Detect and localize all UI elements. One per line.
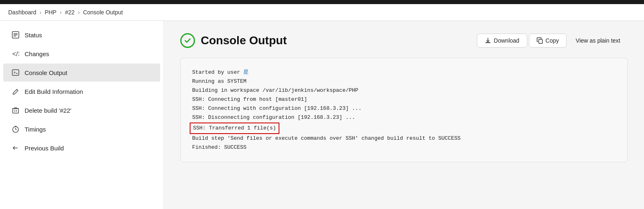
- main-layout: Status </> Changes Console Output: [0, 21, 644, 209]
- console-line: Building in workspace /var/lib/jenkins/w…: [192, 86, 616, 95]
- delete-icon: [11, 106, 20, 114]
- console-line: Started by user 星: [192, 68, 616, 77]
- console-output: Started by user 星 Running as SYSTEM Buil…: [180, 58, 628, 162]
- svg-rect-20: [539, 39, 542, 43]
- breadcrumb-php[interactable]: PHP: [45, 9, 57, 16]
- breadcrumb: Dashboard › PHP › #22 › Console Output: [0, 4, 644, 21]
- title-area: Console Output: [180, 33, 287, 48]
- console-line: SSH: Connecting from host [master01]: [192, 95, 616, 104]
- copy-button[interactable]: Copy: [529, 34, 567, 48]
- console-icon: [11, 68, 20, 77]
- status-icon: [11, 31, 20, 39]
- breadcrumb-current: Console Output: [83, 9, 123, 16]
- page-title: Console Output: [201, 34, 287, 47]
- sidebar-item-previous-build[interactable]: Previous Build: [3, 139, 160, 157]
- top-bar: [0, 0, 644, 4]
- console-line: Finished: SUCCESS: [192, 143, 616, 152]
- console-line: SSH: Connecting with configuration [192.…: [192, 104, 616, 113]
- sidebar-item-edit-label: Edit Build Information: [25, 88, 83, 95]
- timings-icon: [11, 125, 20, 133]
- copy-icon: [537, 37, 543, 44]
- svg-text:</>: </>: [12, 50, 19, 57]
- sidebar-item-timings-label: Timings: [25, 126, 46, 133]
- back-icon: [11, 144, 20, 152]
- edit-icon: [11, 87, 20, 95]
- sidebar: Status </> Changes Console Output: [0, 21, 164, 209]
- svg-rect-19: [485, 42, 490, 43]
- console-line: SSH: Disconnecting configuration [192.16…: [192, 113, 616, 122]
- sidebar-item-console[interactable]: Console Output: [3, 64, 160, 82]
- user-link[interactable]: 星: [243, 69, 249, 75]
- download-button[interactable]: Download: [477, 34, 527, 48]
- sidebar-item-timings[interactable]: Timings: [3, 120, 160, 138]
- sidebar-item-changes[interactable]: </> Changes: [3, 45, 160, 63]
- console-line-highlighted: SSH: Transferred 1 file(s): [190, 123, 279, 134]
- sidebar-item-changes-label: Changes: [25, 50, 49, 57]
- toolbar: Download Copy View as plain text: [477, 34, 628, 48]
- content-area: Console Output Download Copy: [164, 21, 644, 209]
- breadcrumb-sep-3: ›: [78, 9, 80, 16]
- sidebar-item-status[interactable]: Status: [3, 26, 160, 44]
- console-line: Build step 'Send files or execute comman…: [192, 134, 616, 143]
- breadcrumb-build-num[interactable]: #22: [65, 9, 75, 16]
- content-header: Console Output Download Copy: [180, 33, 628, 48]
- svg-rect-5: [12, 70, 19, 75]
- changes-icon: </>: [11, 50, 20, 58]
- sidebar-item-status-label: Status: [25, 32, 42, 39]
- sidebar-item-console-label: Console Output: [25, 69, 67, 76]
- sidebar-item-previous-label: Previous Build: [25, 145, 64, 152]
- breadcrumb-sep-1: ›: [40, 9, 42, 16]
- sidebar-item-delete-build[interactable]: Delete build '#22': [3, 101, 160, 119]
- breadcrumb-sep-2: ›: [60, 9, 62, 16]
- svg-rect-7: [13, 109, 18, 113]
- breadcrumb-dashboard[interactable]: Dashboard: [8, 9, 36, 16]
- success-icon: [180, 33, 195, 48]
- sidebar-item-delete-label: Delete build '#22': [25, 107, 71, 114]
- sidebar-item-edit-build[interactable]: Edit Build Information: [3, 82, 160, 100]
- download-icon: [485, 37, 491, 44]
- console-line: Running as SYSTEM: [192, 77, 616, 86]
- plaintext-button[interactable]: View as plain text: [568, 34, 628, 47]
